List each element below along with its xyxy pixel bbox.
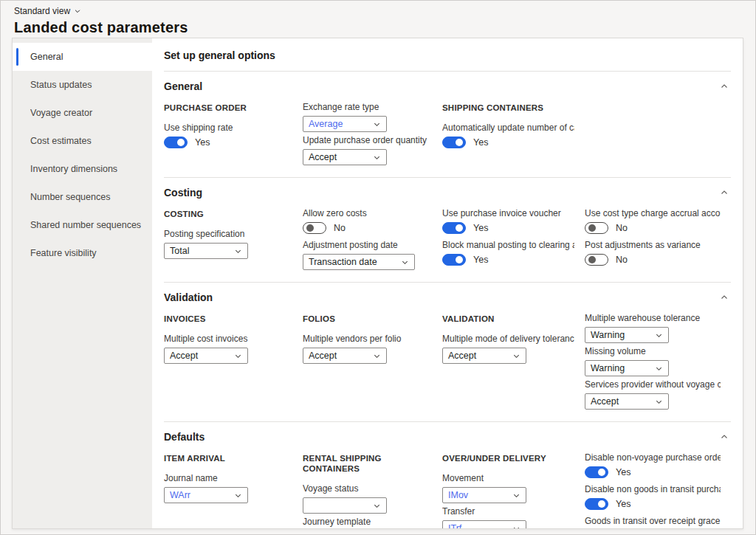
collapse-section-button[interactable] xyxy=(720,432,731,441)
field-label: Update purchase order quantity xyxy=(303,135,432,145)
section-title: General xyxy=(164,80,202,92)
sidebar-item-status-updates[interactable]: Status updates xyxy=(13,71,152,99)
sidebar-item-label: Cost estimates xyxy=(30,136,92,146)
multiple-mode-of-delivery-tolerance-combo[interactable]: Accept xyxy=(442,348,526,364)
view-selector-label: Standard view xyxy=(14,6,70,16)
field-label: Transfer xyxy=(442,506,574,517)
chevron-down-icon xyxy=(373,502,381,510)
collapse-section-button[interactable] xyxy=(720,188,731,197)
adjustment-posting-date-combo[interactable]: Transaction date xyxy=(303,254,415,270)
toggle-value: Yes xyxy=(616,467,630,477)
toggle-value: Yes xyxy=(473,137,488,148)
multiple-vendors-per-folio-combo[interactable]: Accept xyxy=(303,348,387,364)
post-adjustments-as-variance-toggle[interactable] xyxy=(585,254,608,266)
field-label: Disable non goods in transit purcha… xyxy=(585,484,721,494)
field-label: Journal name xyxy=(164,473,292,483)
group-heading: RENTAL SHIPPING CONTAINERS xyxy=(303,453,432,474)
combo-value: Warning xyxy=(591,363,625,373)
collapse-section-button[interactable] xyxy=(720,293,731,302)
toggle-value: Yes xyxy=(195,137,210,148)
exchange-rate-type-combo[interactable]: Average xyxy=(303,116,387,132)
sidebar-item-shared-number-sequences[interactable]: Shared number sequences xyxy=(13,211,152,239)
block-manual-posting-toggle[interactable] xyxy=(442,254,466,266)
missing-volume-combo[interactable]: Warning xyxy=(585,360,669,376)
field-label: Allow zero costs xyxy=(303,208,432,218)
sidebar-item-voyage-creator[interactable]: Voyage creator xyxy=(13,99,152,127)
section-title: Costing xyxy=(164,187,202,199)
chevron-down-icon xyxy=(234,247,242,255)
chevron-down-icon xyxy=(373,120,381,128)
field-label: Voyage status xyxy=(303,483,432,494)
group-heading: COSTING xyxy=(164,209,292,219)
section-costing: Costing COSTING Posting specification To… xyxy=(164,178,731,283)
sidebar-item-label: General xyxy=(30,52,63,62)
field-label: Missing volume xyxy=(585,346,721,356)
toggle-value: No xyxy=(616,255,628,265)
field-label: Adjustment posting date xyxy=(303,240,432,250)
multiple-warehouse-tolerance-combo[interactable]: Warning xyxy=(585,327,669,343)
sidebar-item-label: Status updates xyxy=(30,80,92,90)
allow-zero-costs-toggle[interactable] xyxy=(303,222,326,234)
use-purchase-invoice-voucher-toggle[interactable] xyxy=(442,222,466,234)
group-heading: ITEM ARRIVAL xyxy=(164,453,292,463)
combo-value: Accept xyxy=(309,152,337,162)
chevron-down-icon xyxy=(655,331,663,339)
automatically-update-containers-toggle[interactable] xyxy=(442,137,466,148)
field-label: Journey template xyxy=(303,517,432,527)
chevron-down-icon xyxy=(401,258,409,266)
chevron-down-icon xyxy=(512,525,520,529)
field-label: Movement xyxy=(442,473,574,483)
sidebar-item-label: Feature visibility xyxy=(30,248,97,258)
services-provider-without-voyage-cost-combo[interactable]: Accept xyxy=(585,393,669,410)
sidebar-item-general[interactable]: General xyxy=(13,43,152,71)
multiple-cost-invoices-combo[interactable]: Accept xyxy=(164,348,248,364)
combo-value: ITrf xyxy=(448,523,461,528)
update-purchase-order-quantity-combo[interactable]: Accept xyxy=(303,149,387,165)
group-heading: PURCHASE ORDER xyxy=(164,103,292,113)
field-label: Posting specification xyxy=(164,229,292,239)
sidebar-item-label: Number sequences xyxy=(30,192,110,202)
field-label: Services provider without voyage cost xyxy=(585,379,721,390)
sidebar-item-cost-estimates[interactable]: Cost estimates xyxy=(13,127,152,155)
app-viewport: Standard view Landed cost parameters Gen… xyxy=(0,0,756,535)
field-label: Multiple warehouse tolerance xyxy=(585,313,721,323)
chevron-down-icon xyxy=(373,153,381,162)
journal-name-combo[interactable]: WArr xyxy=(164,487,248,503)
section-defaults: Defaults ITEM ARRIVAL Journal name WArr xyxy=(164,422,731,528)
chevron-up-icon xyxy=(720,188,729,197)
page-title: Landed cost parameters xyxy=(14,19,188,36)
combo-value: Accept xyxy=(591,396,619,407)
sidebar-item-label: Inventory dimensions xyxy=(30,164,117,174)
group-heading: FOLIOS xyxy=(303,314,432,324)
collapse-section-button[interactable] xyxy=(720,82,731,91)
group-heading: OVER/UNDER DELIVERY xyxy=(442,453,574,463)
field-label: Block manual posting to clearing ac… xyxy=(442,240,574,250)
disable-non-goods-in-transit-toggle[interactable] xyxy=(585,498,608,510)
combo-value: Transaction date xyxy=(309,257,377,267)
toggle-value: Yes xyxy=(473,223,488,233)
sidebar: General Status updates Voyage creator Co… xyxy=(13,38,152,528)
disable-non-voyage-purchase-orders-toggle[interactable] xyxy=(585,466,608,478)
transfer-combo[interactable]: ITrf xyxy=(442,520,526,528)
view-selector[interactable]: Standard view xyxy=(14,6,188,16)
combo-value: WArr xyxy=(170,490,190,500)
movement-combo[interactable]: IMov xyxy=(442,487,526,503)
posting-specification-combo[interactable]: Total xyxy=(164,243,248,259)
combo-value: Accept xyxy=(170,351,198,361)
group-heading: INVOICES xyxy=(164,314,292,324)
field-label: Disable non-voyage purchase orders xyxy=(585,452,721,463)
section-title: Validation xyxy=(164,291,213,303)
field-label: Exchange rate type xyxy=(303,102,432,112)
use-shipping-rate-toggle[interactable] xyxy=(164,137,188,148)
voyage-status-combo[interactable] xyxy=(303,497,387,514)
parameters-card: General Status updates Voyage creator Co… xyxy=(12,38,743,529)
main-panel: Set up general options General PURCHASE … xyxy=(152,38,743,528)
sidebar-item-feature-visibility[interactable]: Feature visibility xyxy=(13,239,152,267)
sidebar-item-inventory-dimensions[interactable]: Inventory dimensions xyxy=(13,155,152,183)
section-general: General PURCHASE ORDER Use shipping rate… xyxy=(164,72,731,178)
sidebar-item-number-sequences[interactable]: Number sequences xyxy=(13,183,152,211)
chevron-up-icon xyxy=(720,82,729,91)
use-cost-type-charge-accrual-toggle[interactable] xyxy=(585,222,608,234)
field-label: Use shipping rate xyxy=(164,122,292,133)
field-label: Multiple cost invoices xyxy=(164,334,292,344)
